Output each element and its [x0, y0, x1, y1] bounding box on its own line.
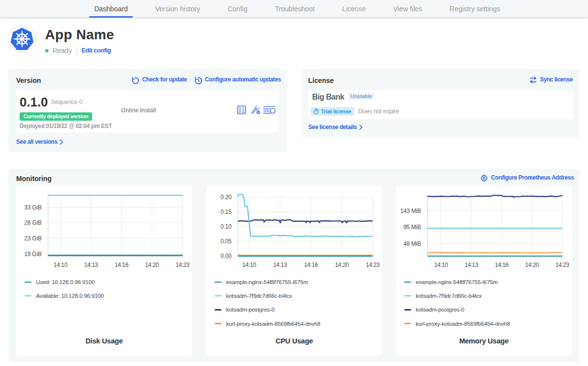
svg-text:14:10: 14:10 [53, 261, 68, 268]
svg-text:14:10: 14:10 [242, 261, 256, 268]
svg-text:14:20: 14:20 [145, 261, 159, 268]
svg-text:14:16: 14:16 [495, 261, 509, 268]
svg-text:23 GiB: 23 GiB [24, 235, 42, 242]
svg-text:14:23: 14:23 [366, 261, 380, 268]
svg-text:143 MiB: 143 MiB [400, 208, 421, 214]
svg-text:14:13: 14:13 [273, 261, 287, 268]
svg-text:14:23: 14:23 [556, 261, 570, 268]
svg-text:14:10: 14:10 [434, 261, 448, 268]
svg-text:19 GiB: 19 GiB [24, 251, 42, 258]
svg-text:0.20: 0.20 [220, 194, 232, 201]
svg-text:14:16: 14:16 [115, 261, 129, 268]
svg-text:0.15: 0.15 [220, 209, 232, 215]
svg-text:0.10: 0.10 [220, 223, 232, 230]
svg-text:0.00: 0.00 [220, 253, 232, 260]
svg-text:33 GiB: 33 GiB [24, 204, 42, 211]
svg-text:14:20: 14:20 [525, 261, 539, 268]
svg-text:14:13: 14:13 [84, 261, 98, 268]
svg-text:48 MiB: 48 MiB [403, 240, 421, 247]
svg-text:28 GiB: 28 GiB [24, 219, 42, 226]
svg-text:14:13: 14:13 [465, 261, 479, 268]
svg-text:95 MiB: 95 MiB [403, 224, 421, 231]
svg-text:14:16: 14:16 [304, 261, 318, 268]
svg-text:0.05: 0.05 [220, 238, 232, 245]
svg-text:14:23: 14:23 [175, 261, 190, 268]
svg-text:14:20: 14:20 [335, 261, 349, 268]
